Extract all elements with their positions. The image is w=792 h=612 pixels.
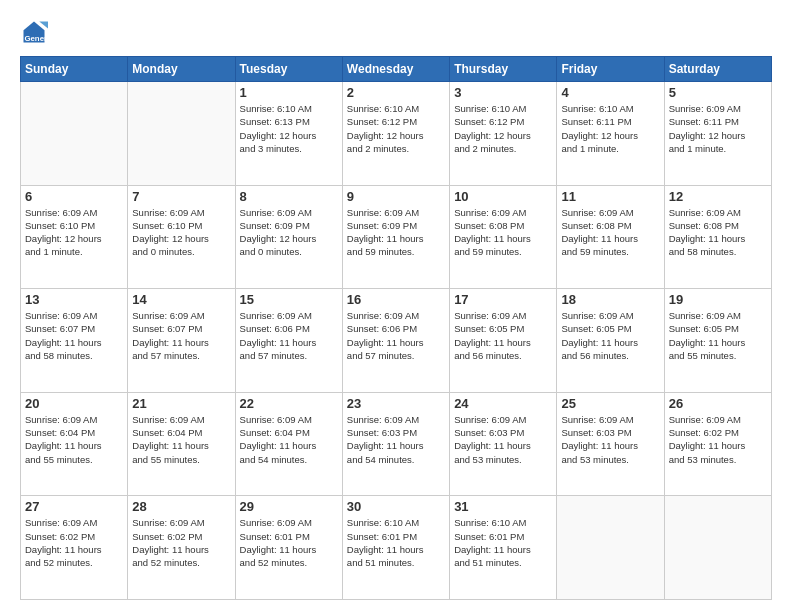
day-number: 7 [132,189,230,204]
weekday-header: Friday [557,57,664,82]
day-info: Sunrise: 6:09 AM Sunset: 6:10 PM Dayligh… [132,206,230,259]
day-number: 10 [454,189,552,204]
day-number: 20 [25,396,123,411]
calendar-cell: 16Sunrise: 6:09 AM Sunset: 6:06 PM Dayli… [342,289,449,393]
day-number: 14 [132,292,230,307]
calendar-cell: 21Sunrise: 6:09 AM Sunset: 6:04 PM Dayli… [128,392,235,496]
weekday-header: Wednesday [342,57,449,82]
calendar-cell: 9Sunrise: 6:09 AM Sunset: 6:09 PM Daylig… [342,185,449,289]
day-number: 11 [561,189,659,204]
day-info: Sunrise: 6:09 AM Sunset: 6:05 PM Dayligh… [669,309,767,362]
day-info: Sunrise: 6:09 AM Sunset: 6:04 PM Dayligh… [132,413,230,466]
day-number: 31 [454,499,552,514]
day-info: Sunrise: 6:10 AM Sunset: 6:13 PM Dayligh… [240,102,338,155]
calendar-cell: 25Sunrise: 6:09 AM Sunset: 6:03 PM Dayli… [557,392,664,496]
day-number: 12 [669,189,767,204]
day-info: Sunrise: 6:09 AM Sunset: 6:03 PM Dayligh… [561,413,659,466]
calendar-cell [664,496,771,600]
calendar-cell: 31Sunrise: 6:10 AM Sunset: 6:01 PM Dayli… [450,496,557,600]
day-info: Sunrise: 6:09 AM Sunset: 6:08 PM Dayligh… [561,206,659,259]
day-info: Sunrise: 6:10 AM Sunset: 6:01 PM Dayligh… [347,516,445,569]
calendar-header-row: SundayMondayTuesdayWednesdayThursdayFrid… [21,57,772,82]
day-info: Sunrise: 6:09 AM Sunset: 6:02 PM Dayligh… [25,516,123,569]
day-number: 1 [240,85,338,100]
calendar-week-row: 27Sunrise: 6:09 AM Sunset: 6:02 PM Dayli… [21,496,772,600]
day-number: 16 [347,292,445,307]
calendar-cell: 20Sunrise: 6:09 AM Sunset: 6:04 PM Dayli… [21,392,128,496]
calendar-cell: 23Sunrise: 6:09 AM Sunset: 6:03 PM Dayli… [342,392,449,496]
calendar-cell: 14Sunrise: 6:09 AM Sunset: 6:07 PM Dayli… [128,289,235,393]
day-number: 13 [25,292,123,307]
day-info: Sunrise: 6:09 AM Sunset: 6:07 PM Dayligh… [132,309,230,362]
calendar-cell: 30Sunrise: 6:10 AM Sunset: 6:01 PM Dayli… [342,496,449,600]
calendar-cell: 27Sunrise: 6:09 AM Sunset: 6:02 PM Dayli… [21,496,128,600]
calendar-cell: 19Sunrise: 6:09 AM Sunset: 6:05 PM Dayli… [664,289,771,393]
calendar-cell: 28Sunrise: 6:09 AM Sunset: 6:02 PM Dayli… [128,496,235,600]
day-info: Sunrise: 6:09 AM Sunset: 6:10 PM Dayligh… [25,206,123,259]
day-info: Sunrise: 6:10 AM Sunset: 6:11 PM Dayligh… [561,102,659,155]
day-info: Sunrise: 6:09 AM Sunset: 6:06 PM Dayligh… [347,309,445,362]
day-number: 6 [25,189,123,204]
day-info: Sunrise: 6:09 AM Sunset: 6:09 PM Dayligh… [347,206,445,259]
calendar-week-row: 13Sunrise: 6:09 AM Sunset: 6:07 PM Dayli… [21,289,772,393]
calendar-cell: 7Sunrise: 6:09 AM Sunset: 6:10 PM Daylig… [128,185,235,289]
weekday-header: Sunday [21,57,128,82]
day-info: Sunrise: 6:09 AM Sunset: 6:04 PM Dayligh… [240,413,338,466]
calendar-cell [21,82,128,186]
day-number: 23 [347,396,445,411]
day-number: 26 [669,396,767,411]
day-info: Sunrise: 6:09 AM Sunset: 6:07 PM Dayligh… [25,309,123,362]
calendar-week-row: 1Sunrise: 6:10 AM Sunset: 6:13 PM Daylig… [21,82,772,186]
day-info: Sunrise: 6:10 AM Sunset: 6:12 PM Dayligh… [347,102,445,155]
calendar-cell: 6Sunrise: 6:09 AM Sunset: 6:10 PM Daylig… [21,185,128,289]
day-info: Sunrise: 6:09 AM Sunset: 6:05 PM Dayligh… [454,309,552,362]
day-number: 30 [347,499,445,514]
calendar-cell: 11Sunrise: 6:09 AM Sunset: 6:08 PM Dayli… [557,185,664,289]
day-info: Sunrise: 6:09 AM Sunset: 6:06 PM Dayligh… [240,309,338,362]
day-info: Sunrise: 6:10 AM Sunset: 6:12 PM Dayligh… [454,102,552,155]
calendar-cell: 15Sunrise: 6:09 AM Sunset: 6:06 PM Dayli… [235,289,342,393]
calendar-cell: 18Sunrise: 6:09 AM Sunset: 6:05 PM Dayli… [557,289,664,393]
day-number: 27 [25,499,123,514]
day-number: 9 [347,189,445,204]
calendar-cell: 22Sunrise: 6:09 AM Sunset: 6:04 PM Dayli… [235,392,342,496]
weekday-header: Thursday [450,57,557,82]
day-info: Sunrise: 6:09 AM Sunset: 6:05 PM Dayligh… [561,309,659,362]
day-number: 19 [669,292,767,307]
day-number: 21 [132,396,230,411]
logo: General [20,18,54,46]
calendar-cell: 3Sunrise: 6:10 AM Sunset: 6:12 PM Daylig… [450,82,557,186]
day-info: Sunrise: 6:09 AM Sunset: 6:03 PM Dayligh… [454,413,552,466]
day-number: 4 [561,85,659,100]
calendar-cell: 1Sunrise: 6:10 AM Sunset: 6:13 PM Daylig… [235,82,342,186]
day-number: 15 [240,292,338,307]
day-info: Sunrise: 6:09 AM Sunset: 6:08 PM Dayligh… [669,206,767,259]
weekday-header: Tuesday [235,57,342,82]
day-number: 18 [561,292,659,307]
calendar-table: SundayMondayTuesdayWednesdayThursdayFrid… [20,56,772,600]
day-info: Sunrise: 6:09 AM Sunset: 6:09 PM Dayligh… [240,206,338,259]
day-info: Sunrise: 6:09 AM Sunset: 6:11 PM Dayligh… [669,102,767,155]
calendar-cell: 4Sunrise: 6:10 AM Sunset: 6:11 PM Daylig… [557,82,664,186]
calendar-cell: 24Sunrise: 6:09 AM Sunset: 6:03 PM Dayli… [450,392,557,496]
calendar-week-row: 6Sunrise: 6:09 AM Sunset: 6:10 PM Daylig… [21,185,772,289]
day-info: Sunrise: 6:09 AM Sunset: 6:02 PM Dayligh… [132,516,230,569]
header: General [20,18,772,46]
day-number: 5 [669,85,767,100]
calendar-cell: 2Sunrise: 6:10 AM Sunset: 6:12 PM Daylig… [342,82,449,186]
weekday-header: Saturday [664,57,771,82]
calendar-cell: 26Sunrise: 6:09 AM Sunset: 6:02 PM Dayli… [664,392,771,496]
day-info: Sunrise: 6:09 AM Sunset: 6:02 PM Dayligh… [669,413,767,466]
calendar-cell: 12Sunrise: 6:09 AM Sunset: 6:08 PM Dayli… [664,185,771,289]
calendar-cell: 5Sunrise: 6:09 AM Sunset: 6:11 PM Daylig… [664,82,771,186]
page: General SundayMondayTuesdayWednesdayThur… [0,0,792,612]
weekday-header: Monday [128,57,235,82]
calendar-cell [128,82,235,186]
svg-text:General: General [24,34,48,43]
calendar-cell: 17Sunrise: 6:09 AM Sunset: 6:05 PM Dayli… [450,289,557,393]
day-info: Sunrise: 6:09 AM Sunset: 6:04 PM Dayligh… [25,413,123,466]
day-number: 28 [132,499,230,514]
day-info: Sunrise: 6:09 AM Sunset: 6:08 PM Dayligh… [454,206,552,259]
calendar-week-row: 20Sunrise: 6:09 AM Sunset: 6:04 PM Dayli… [21,392,772,496]
calendar-cell: 13Sunrise: 6:09 AM Sunset: 6:07 PM Dayli… [21,289,128,393]
